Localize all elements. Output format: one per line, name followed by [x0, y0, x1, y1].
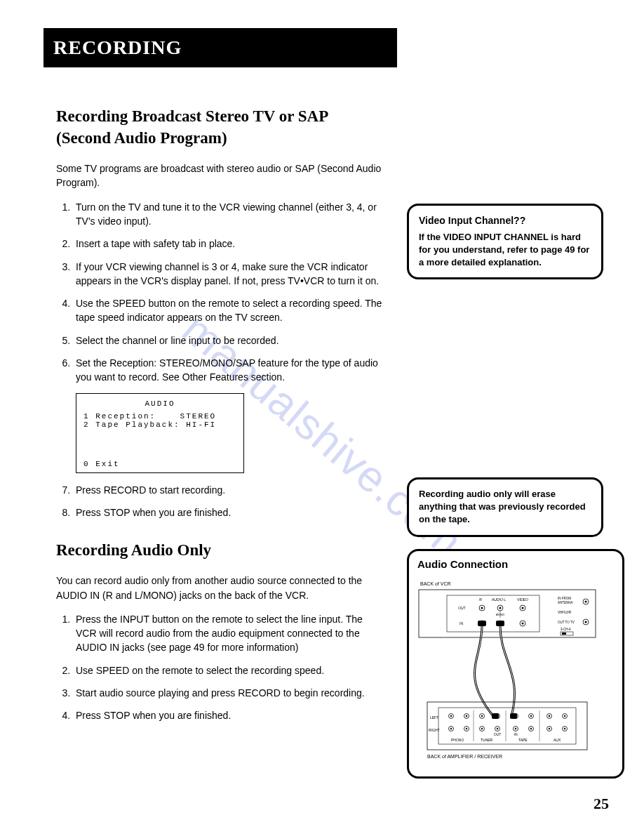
svg-point-7: [481, 607, 483, 609]
audio-connection-diagram: Audio Connection BACK of VCR R AUDIO L V…: [407, 549, 624, 779]
step-2: Insert a tape with safety tab in place.: [73, 237, 386, 251]
callout1-body: If the VIDEO INPUT CHANNEL is hard for y…: [419, 231, 591, 270]
callout-video-input: Video Input Channel?? If the VIDEO INPUT…: [407, 204, 603, 279]
svg-point-63: [515, 728, 516, 729]
s2-step-1: Press the INPUT button on the remote to …: [73, 612, 386, 655]
label-back-vcr: BACK of VCR: [420, 581, 451, 586]
audio-osd-line2: 2 Tape Playback: HI-FI: [83, 421, 236, 429]
svg-text:IN: IN: [459, 621, 463, 626]
step-5: Select the channel or line input to be r…: [73, 333, 386, 348]
svg-point-69: [564, 728, 565, 729]
svg-text:VHF/UHF: VHF/UHF: [558, 611, 572, 614]
svg-point-26: [585, 601, 587, 603]
page-number: 25: [593, 795, 609, 813]
connection-svg: BACK of VCR R AUDIO L VIDEO OUT MONO IN: [417, 576, 597, 765]
svg-point-30: [585, 621, 587, 623]
svg-point-67: [549, 728, 550, 729]
callout1-title: Video Input Channel??: [419, 214, 591, 228]
svg-text:VIDEO: VIDEO: [517, 597, 528, 602]
svg-point-53: [564, 715, 565, 717]
diagram-title: Audio Connection: [417, 558, 614, 570]
svg-text:BACK of AMPLIFIER / RECEIVER: BACK of AMPLIFIER / RECEIVER: [427, 754, 502, 759]
svg-point-49: [530, 715, 532, 717]
svg-text:ANTENNA: ANTENNA: [558, 601, 573, 604]
svg-text:AUX: AUX: [554, 738, 561, 742]
section2-intro: You can record audio only from another a…: [56, 574, 386, 602]
svg-point-59: [481, 728, 483, 729]
svg-point-61: [497, 728, 498, 729]
callout-erase-warning: Recording audio only will erase anything…: [407, 477, 603, 537]
step-7: Press RECORD to start recording.: [73, 483, 386, 497]
svg-text:OUT: OUT: [458, 606, 466, 610]
svg-text:OUT: OUT: [494, 732, 502, 736]
svg-text:IN FROM: IN FROM: [558, 597, 571, 600]
step-6: Set the Reception: STEREO/MONO/SAP featu…: [73, 356, 386, 385]
svg-rect-21: [478, 621, 486, 626]
svg-point-9: [499, 607, 502, 609]
section1-title: Recording Broadcast Stereo TV or SAP (Se…: [56, 105, 386, 149]
svg-point-55: [450, 728, 452, 729]
svg-point-41: [466, 715, 467, 717]
svg-text:R: R: [479, 597, 482, 602]
s2-step-3: Start audio source playing and press REC…: [73, 686, 386, 700]
s2-step-4: Press STOP when you are finished.: [73, 708, 386, 722]
svg-text:AUDIO  L: AUDIO L: [492, 597, 506, 602]
step-3: If your VCR viewing channel is 3 or 4, m…: [73, 260, 386, 289]
svg-point-65: [530, 728, 532, 729]
svg-text:PHONO: PHONO: [451, 738, 464, 742]
svg-text:OUT TO TV: OUT TO TV: [558, 621, 575, 624]
svg-point-43: [481, 715, 483, 717]
audio-osd-exit: 0 Exit: [83, 460, 120, 468]
callout2-body: Recording audio only will erase anything…: [419, 488, 591, 527]
svg-point-39: [450, 715, 452, 717]
s2-step-2: Use SPEED on the remote to select the re…: [73, 663, 386, 677]
section2-title: Recording Audio Only: [56, 539, 386, 561]
svg-rect-22: [496, 621, 504, 626]
page-header: RECORDING: [43, 28, 397, 67]
audio-osd-box: AUDIO 1 Reception: STEREO 2 Tape Playbac…: [76, 393, 244, 473]
svg-point-20: [522, 623, 524, 625]
audio-osd-title: AUDIO: [83, 399, 236, 408]
svg-rect-33: [562, 633, 566, 635]
svg-text:3-CH-4: 3-CH-4: [561, 628, 571, 631]
section1-intro: Some TV programs are broadcast with ster…: [56, 161, 386, 190]
svg-point-11: [522, 607, 524, 609]
audio-osd-line1: 1 Reception: STEREO: [83, 412, 236, 421]
svg-text:IN: IN: [514, 732, 518, 736]
svg-text:RIGHT: RIGHT: [429, 728, 440, 732]
svg-rect-70: [492, 713, 499, 719]
svg-text:TAPE: TAPE: [518, 738, 528, 742]
step-8: Press STOP when you are finished.: [73, 505, 386, 519]
step-4: Use the SPEED button on the remote to se…: [73, 296, 386, 325]
svg-rect-71: [510, 713, 517, 719]
svg-rect-34: [427, 702, 587, 750]
svg-point-57: [466, 728, 467, 729]
svg-point-51: [549, 715, 550, 717]
step-1: Turn on the TV and tune it to the VCR vi…: [73, 200, 386, 229]
svg-text:TUNER: TUNER: [481, 738, 493, 742]
svg-text:LEFT: LEFT: [430, 715, 438, 720]
